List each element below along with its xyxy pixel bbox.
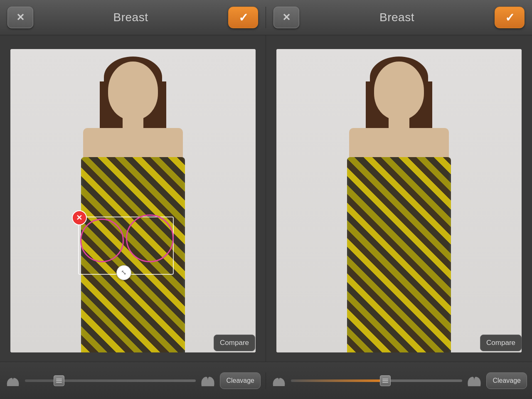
left-panel: ✕ ⤡ Compare: [0, 35, 266, 362]
right-breast-circle: [126, 214, 174, 262]
left-head: [108, 62, 158, 120]
right-photo-bg: [276, 49, 522, 352]
left-figure: [10, 49, 256, 352]
right-cleavage-label: Cleavage: [493, 377, 521, 384]
confirm-check-icon: ✓: [239, 11, 248, 25]
left-slider-thumb[interactable]: [54, 375, 64, 386]
right-cleavage-slider[interactable]: [291, 375, 462, 387]
left-confirm-button[interactable]: ✓: [228, 7, 258, 28]
right-thumb-line-3: [382, 382, 388, 383]
right-shirt-pattern: [347, 157, 451, 352]
main-content: ✕ ⤡ Compare: [0, 35, 532, 362]
right-thumb-line-1: [382, 379, 388, 379]
left-cleavage-slider[interactable]: [25, 375, 196, 387]
left-panel-title: Breast: [33, 11, 228, 24]
left-breast-circle: [80, 219, 124, 262]
right-cleavage-button[interactable]: Cleavage: [486, 372, 527, 389]
right-bottom-half: Cleavage: [266, 372, 532, 389]
delete-x-icon: ✕: [76, 214, 82, 222]
left-compare-button[interactable]: Compare: [214, 335, 255, 351]
right-breast-icon-svg-large: [467, 374, 482, 387]
right-slider-thumb-lines: [382, 379, 388, 383]
left-breast-icon-large: [200, 374, 216, 387]
left-bottom-half: Cleavage: [0, 372, 266, 389]
right-compare-label: Compare: [486, 339, 515, 347]
left-slider-track: [25, 379, 196, 382]
right-panel-title: Breast: [299, 11, 495, 24]
right-breast-icon-svg-small: [271, 374, 286, 387]
left-breast-icon-small: [5, 374, 21, 387]
left-toolbar-half: ✕ Breast ✓: [0, 7, 266, 28]
delete-selection-button[interactable]: ✕: [72, 210, 87, 225]
left-photo-container: ✕ ⤡: [10, 49, 256, 352]
left-slider-thumb-lines: [56, 379, 62, 383]
left-cancel-button[interactable]: ✕: [7, 7, 33, 28]
right-confirm-check-icon: ✓: [505, 11, 515, 25]
right-cancel-button[interactable]: ✕: [273, 7, 299, 28]
thumb-line-3: [56, 382, 62, 383]
thumb-line-1: [56, 379, 62, 379]
left-cleavage-button[interactable]: Cleavage: [220, 372, 261, 389]
breast-icon-svg-small: [5, 374, 20, 387]
resize-handle[interactable]: ⤡: [116, 265, 131, 280]
breast-icon-svg-large: [200, 374, 215, 387]
breast-selection-overlay[interactable]: ✕ ⤡: [72, 210, 176, 277]
right-slider-track: [291, 379, 462, 382]
right-head: [374, 62, 424, 120]
right-compare-button[interactable]: Compare: [480, 335, 522, 351]
right-panel: Compare: [266, 35, 532, 362]
left-cleavage-label: Cleavage: [226, 377, 254, 384]
thumb-line-2: [56, 380, 62, 381]
right-toolbar-half: ✕ Breast ✓: [266, 7, 532, 28]
right-cancel-x-icon: ✕: [282, 12, 291, 23]
right-breast-icon-small: [271, 374, 287, 387]
top-toolbar: ✕ Breast ✓ ✕ Breast ✓: [0, 0, 532, 35]
resize-arrows-icon: ⤡: [121, 268, 126, 276]
right-thumb-line-2: [382, 380, 388, 381]
right-figure: [276, 49, 522, 352]
right-breast-icon-large: [466, 374, 482, 387]
left-photo-bg: ✕ ⤡: [10, 49, 256, 352]
bottom-toolbar: Cleavage: [0, 362, 532, 399]
cancel-x-icon: ✕: [16, 12, 25, 23]
left-compare-label: Compare: [220, 339, 249, 347]
right-shirt: [347, 157, 451, 352]
right-photo-container: [276, 49, 522, 352]
right-confirm-button[interactable]: ✓: [495, 7, 525, 28]
right-slider-thumb[interactable]: [380, 375, 391, 386]
